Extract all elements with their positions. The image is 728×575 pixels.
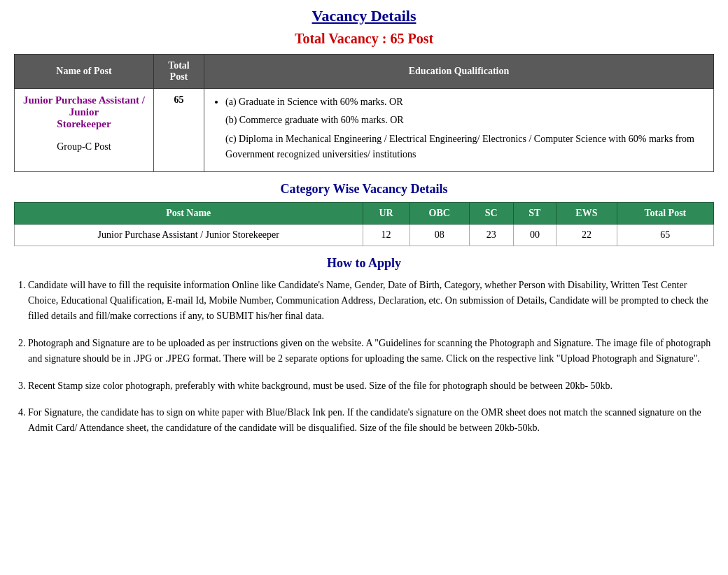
- cat-col-ews: EWS: [556, 202, 617, 224]
- apply-text-2: Photograph and Signature are to be uploa…: [28, 338, 710, 364]
- post-group: Group-C Post: [22, 141, 146, 152]
- how-to-apply-title: How to Apply: [14, 256, 714, 271]
- education-list: (a) Graduate in Science with 60% marks. …: [211, 94, 706, 163]
- category-section-title: Category Wise Vacancy Details: [14, 182, 714, 197]
- post-name-line2: Storekeeper: [57, 118, 111, 129]
- cat-total-cell: 65: [617, 224, 713, 246]
- category-table: Post Name UR OBC SC ST EWS Total Post Ju…: [14, 202, 714, 246]
- col-education-qualification: Education Qualification: [204, 55, 714, 89]
- cat-st-cell: 00: [513, 224, 556, 246]
- apply-text-3: Recent Stamp size color photograph, pref…: [28, 381, 612, 391]
- cat-ews-cell: 22: [556, 224, 617, 246]
- apply-text-1: Candidate will have to fill the requisit…: [28, 280, 708, 322]
- cat-sc-cell: 23: [469, 224, 513, 246]
- cat-ur-cell: 12: [363, 224, 410, 246]
- education-cell: (a) Graduate in Science with 60% marks. …: [204, 89, 714, 172]
- total-post-cell: 65: [153, 89, 204, 172]
- cat-obc-cell: 08: [410, 224, 469, 246]
- apply-list: Candidate will have to fill the requisit…: [14, 278, 714, 436]
- edu-text-2: (b) Commerce graduate with 60% marks. OR: [225, 115, 404, 125]
- cat-col-st: ST: [513, 202, 556, 224]
- col-total-post: Total Post: [153, 55, 204, 89]
- edu-text-1: (a) Graduate in Science with 60% marks. …: [225, 97, 402, 107]
- cat-post-name-cell: Junior Purchase Assistant / Junior Store…: [15, 224, 363, 246]
- post-name-cell: Junior Purchase Assistant / Junior Store…: [15, 89, 154, 172]
- category-table-row: Junior Purchase Assistant / Junior Store…: [15, 224, 714, 246]
- cat-col-ur: UR: [363, 202, 410, 224]
- cat-col-obc: OBC: [410, 202, 469, 224]
- apply-item-3: Recent Stamp size color photograph, pref…: [28, 378, 714, 394]
- edu-item-3: (c) Diploma in Mechanical Engineering / …: [225, 132, 706, 163]
- apply-item-4: For Signature, the candidate has to sign…: [28, 405, 714, 436]
- apply-item-1: Candidate will have to fill the requisit…: [28, 278, 714, 325]
- cat-col-total: Total Post: [617, 202, 713, 224]
- main-vacancy-table: Name of Post Total Post Education Qualif…: [14, 54, 714, 172]
- edu-item-1: (a) Graduate in Science with 60% marks. …: [225, 94, 706, 110]
- apply-item-2: Photograph and Signature are to be uploa…: [28, 336, 714, 367]
- edu-text-3: (c) Diploma in Mechanical Engineering / …: [225, 134, 694, 159]
- post-name-line1: Junior Purchase Assistant / Junior: [23, 94, 145, 118]
- main-table-header-row: Name of Post Total Post Education Qualif…: [15, 55, 714, 89]
- total-vacancy: Total Vacancy : 65 Post: [14, 31, 714, 47]
- cat-col-sc: SC: [469, 202, 513, 224]
- col-name-of-post: Name of Post: [15, 55, 154, 89]
- post-name-link: Junior Purchase Assistant / Junior Store…: [22, 94, 146, 130]
- apply-text-4: For Signature, the candidate has to sign…: [28, 407, 701, 433]
- category-header-row: Post Name UR OBC SC ST EWS Total Post: [15, 202, 714, 224]
- edu-item-2: (b) Commerce graduate with 60% marks. OR: [225, 113, 706, 128]
- cat-col-post-name: Post Name: [15, 202, 363, 224]
- main-table-row: Junior Purchase Assistant / Junior Store…: [15, 89, 714, 172]
- page-title: Vacancy Details: [14, 7, 714, 25]
